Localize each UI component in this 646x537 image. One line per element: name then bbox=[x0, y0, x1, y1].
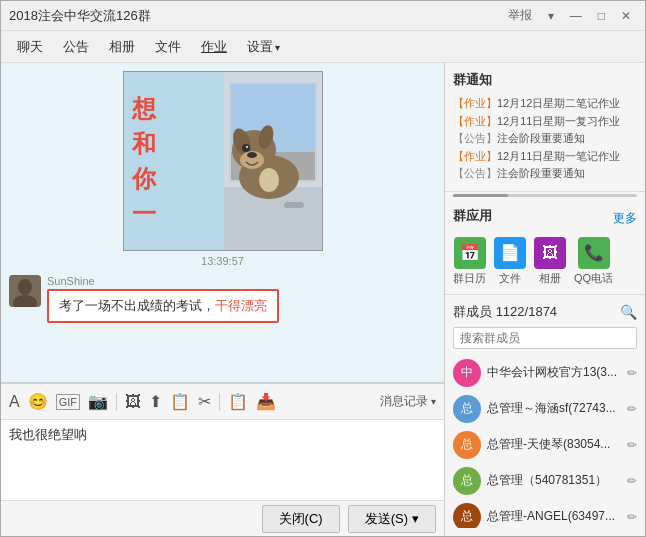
font-icon[interactable]: A bbox=[9, 393, 20, 411]
member-name-3: 总管理-天使琴(83054... bbox=[487, 436, 621, 453]
app-calendar[interactable]: 📅 群日历 bbox=[453, 237, 486, 286]
list-item[interactable]: 总 总管理（540781351） ✏ bbox=[453, 463, 637, 499]
svg-point-17 bbox=[247, 152, 257, 158]
chat-input[interactable]: 我也很绝望呐 bbox=[9, 426, 436, 486]
group-members: 群成员 1122/1874 🔍 中 中华会计网校官方13(3... ✏ 总 bbox=[445, 295, 645, 536]
nav-homework[interactable]: 作业 bbox=[193, 34, 235, 60]
message-body: SunShine 考了一场不出成绩的考试，干得漂亮 bbox=[47, 275, 279, 323]
member-avatar-3: 总 bbox=[453, 431, 481, 459]
apps-title: 群应用 bbox=[453, 207, 492, 225]
photo-icon: 🖼 bbox=[534, 237, 566, 269]
message-bubble: 考了一场不出成绩的考试，干得漂亮 bbox=[47, 289, 279, 323]
member-edit-5[interactable]: ✏ bbox=[627, 510, 637, 524]
send-label: 发送(S) bbox=[365, 510, 408, 528]
send-dropdown-icon[interactable]: ▾ bbox=[412, 511, 419, 526]
dropdown-arrow-icon[interactable]: ▾ bbox=[542, 7, 560, 25]
message-record-button[interactable]: 消息记录 bbox=[380, 393, 436, 410]
gif-message: 想 和 你 一 bbox=[9, 71, 436, 267]
more-apps-button[interactable]: 更多 bbox=[613, 210, 637, 227]
app-photo-label: 相册 bbox=[539, 271, 561, 286]
app-phone-label: QQ电话 bbox=[574, 271, 613, 286]
notice-item-2: 【作业】12月11日星期一复习作业 bbox=[453, 113, 637, 131]
scrollbar-indicator bbox=[453, 194, 637, 197]
title-bar: 2018注会中华交流126群 举报 ▾ — □ ✕ bbox=[1, 1, 645, 31]
toolbar: A 😊 GIF 📷 🖼 ⬆ 📋 ✂ 📋 📥 消息记录 bbox=[1, 384, 444, 420]
member-list: 中 中华会计网校官方13(3... ✏ 总 总管理～海涵sf(72743... … bbox=[453, 355, 637, 528]
window-title: 2018注会中华交流126群 bbox=[9, 7, 502, 25]
member-edit-3[interactable]: ✏ bbox=[627, 438, 637, 452]
clipboard-icon[interactable]: 📋 bbox=[170, 392, 190, 411]
app-photo[interactable]: 🖼 相册 bbox=[534, 237, 566, 286]
close-chat-button[interactable]: 关闭(C) bbox=[262, 505, 340, 533]
svg-point-18 bbox=[242, 144, 250, 152]
gif-timestamp: 13:39:57 bbox=[201, 255, 244, 267]
member-avatar-4: 总 bbox=[453, 467, 481, 495]
send-button[interactable]: 发送(S) ▾ bbox=[348, 505, 436, 533]
title-controls: 举报 ▾ — □ ✕ bbox=[502, 5, 637, 26]
notice-tag-4: 【作业】 bbox=[453, 150, 497, 162]
nav-settings[interactable]: 设置 bbox=[239, 34, 288, 60]
list-item[interactable]: 总 总管理～海涵sf(72743... ✏ bbox=[453, 391, 637, 427]
emoji-icon[interactable]: 😊 bbox=[28, 392, 48, 411]
gif-icon[interactable]: GIF bbox=[56, 394, 80, 410]
toolbar-separator bbox=[116, 393, 117, 411]
toolbar-separator2 bbox=[219, 393, 220, 411]
notice-item-5: 【公告】注会阶段重要通知 bbox=[453, 165, 637, 183]
scrollbar-thumb bbox=[453, 194, 508, 197]
sender-avatar bbox=[9, 275, 41, 307]
maximize-button[interactable]: □ bbox=[592, 7, 611, 25]
svg-point-19 bbox=[246, 146, 248, 148]
close-button[interactable]: ✕ bbox=[615, 7, 637, 25]
scissors-icon[interactable]: ✂ bbox=[198, 392, 211, 411]
member-info-3: 总管理-天使琴(83054... bbox=[487, 436, 621, 453]
member-avatar-1: 中 bbox=[453, 359, 481, 387]
member-info-2: 总管理～海涵sf(72743... bbox=[487, 400, 621, 417]
list-item[interactable]: 总 总管理-天使琴(83054... ✏ bbox=[453, 427, 637, 463]
svg-point-21 bbox=[259, 168, 279, 192]
app-file-label: 文件 bbox=[499, 271, 521, 286]
svg-text:一: 一 bbox=[132, 200, 156, 227]
message-row: SunShine 考了一场不出成绩的考试，干得漂亮 bbox=[9, 275, 436, 323]
member-edit-2[interactable]: ✏ bbox=[627, 402, 637, 416]
notice-tag-5: 【公告】 bbox=[453, 167, 497, 179]
member-avatar-2: 总 bbox=[453, 395, 481, 423]
group-notice: 群通知 【作业】12月12日星期二笔记作业 【作业】12月11日星期一复习作业 … bbox=[445, 63, 645, 192]
nav-bar: 聊天 公告 相册 文件 作业 设置 bbox=[1, 31, 645, 63]
input-area: 我也很绝望呐 bbox=[1, 420, 444, 500]
members-header: 群成员 1122/1874 🔍 bbox=[453, 303, 637, 321]
member-info-5: 总管理-ANGEL(63497... bbox=[487, 508, 621, 525]
members-search-icon[interactable]: 🔍 bbox=[620, 304, 637, 320]
notice-tag-2: 【作业】 bbox=[453, 115, 497, 127]
app-phone[interactable]: 📞 QQ电话 bbox=[574, 237, 613, 286]
nav-album[interactable]: 相册 bbox=[101, 34, 143, 60]
report-button[interactable]: 举报 bbox=[502, 5, 538, 26]
upload-icon[interactable]: ⬆ bbox=[149, 392, 162, 411]
member-name-5: 总管理-ANGEL(63497... bbox=[487, 508, 621, 525]
notice-tag-3: 【公告】 bbox=[453, 132, 497, 144]
list-item[interactable]: 总 总管理-ANGEL(63497... ✏ bbox=[453, 499, 637, 528]
download-icon[interactable]: 📥 bbox=[256, 392, 276, 411]
image-icon[interactable]: 🖼 bbox=[125, 393, 141, 411]
list-item[interactable]: 中 中华会计网校官方13(3... ✏ bbox=[453, 355, 637, 391]
notice-item-4: 【作业】12月11日星期一笔记作业 bbox=[453, 148, 637, 166]
paste-icon[interactable]: 📋 bbox=[228, 392, 248, 411]
member-edit-1[interactable]: ✏ bbox=[627, 366, 637, 380]
main-window: 2018注会中华交流126群 举报 ▾ — □ ✕ 聊天 公告 相册 文件 作业… bbox=[0, 0, 646, 537]
nav-bulletin[interactable]: 公告 bbox=[55, 34, 97, 60]
notice-title: 群通知 bbox=[453, 71, 637, 89]
minimize-button[interactable]: — bbox=[564, 7, 588, 25]
svg-point-23 bbox=[18, 279, 32, 295]
members-search-input[interactable] bbox=[453, 327, 637, 349]
nav-chat[interactable]: 聊天 bbox=[9, 34, 51, 60]
member-edit-4[interactable]: ✏ bbox=[627, 474, 637, 488]
chat-messages: 想 和 你 一 bbox=[1, 63, 444, 382]
svg-text:想: 想 bbox=[131, 95, 157, 122]
app-file[interactable]: 📄 文件 bbox=[494, 237, 526, 286]
capture-icon[interactable]: 📷 bbox=[88, 392, 108, 411]
notice-tag-1: 【作业】 bbox=[453, 97, 497, 109]
gif-image: 想 和 你 一 bbox=[123, 71, 323, 251]
member-info-1: 中华会计网校官方13(3... bbox=[487, 364, 621, 381]
notice-item-3: 【公告】注会阶段重要通知 bbox=[453, 130, 637, 148]
nav-files[interactable]: 文件 bbox=[147, 34, 189, 60]
svg-text:和: 和 bbox=[131, 130, 156, 157]
